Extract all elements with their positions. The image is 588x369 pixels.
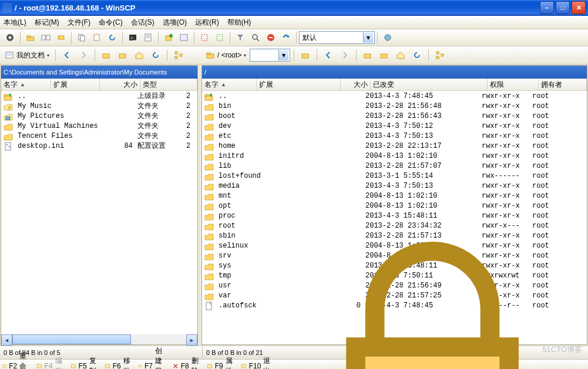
fnkey-key: F2: [9, 362, 17, 369]
remote-path-combo[interactable]: ▾: [250, 49, 290, 62]
console-icon[interactable]: >_: [126, 31, 140, 45]
remote-col-name[interactable]: 名字▲: [202, 79, 257, 90]
deselect-icon[interactable]: [213, 31, 227, 45]
fnkey-f2[interactable]: F2重命名: [2, 351, 31, 370]
close-button[interactable]: ✕: [572, 1, 586, 14]
remote-home-icon[interactable]: [394, 48, 408, 62]
setpreset-icon[interactable]: [381, 31, 395, 45]
file-date-trunc: 2: [184, 122, 197, 130]
fnkey-f10[interactable]: F10退出: [241, 356, 273, 369]
local-home-icon[interactable]: [132, 48, 146, 62]
menu-item[interactable]: 远程(R): [195, 18, 219, 28]
local-parent-icon[interactable]: [99, 48, 113, 62]
remote-col-changed[interactable]: 已改变: [371, 79, 488, 90]
svg-rect-4: [42, 35, 45, 40]
sync-icon[interactable]: [23, 31, 38, 45]
remote-col-perm[interactable]: 权限: [488, 79, 539, 90]
list-item[interactable]: lib2013-2-28 21:57:07rwxr-xr-xroot: [202, 161, 587, 171]
find-icon[interactable]: [248, 31, 263, 45]
list-item[interactable]: ..2013-4-3 7:48:45rwxr-xr-xroot: [202, 91, 587, 101]
transfer-preset-combo[interactable]: 默认 ▾: [299, 31, 375, 44]
sync-browse-icon[interactable]: [54, 31, 68, 45]
local-col-type[interactable]: 类型: [140, 79, 197, 90]
remote-col-owner[interactable]: 拥有者: [539, 79, 587, 90]
minimize-button[interactable]: –: [540, 1, 554, 14]
folder-icon: [204, 132, 214, 140]
scroll-right-icon[interactable]: ►: [186, 334, 197, 346]
chevron-down-icon[interactable]: ▾: [363, 32, 373, 43]
list-item[interactable]: etc2013-4-3 7:50:13rwxr-xr-xroot: [202, 131, 587, 141]
fnkey-f6[interactable]: F6移动: [105, 356, 133, 369]
file-perm: rwxr-xr-x: [479, 112, 530, 120]
scroll-thumb[interactable]: [12, 334, 131, 344]
menu-item[interactable]: 命令(C): [99, 18, 123, 28]
compare-icon[interactable]: [39, 31, 53, 45]
fnkey-f8[interactable]: F8删除: [173, 356, 201, 369]
pane-splitter[interactable]: [199, 65, 201, 346]
fnkey-f9[interactable]: F9属性: [207, 356, 235, 369]
copy-icon[interactable]: [75, 31, 89, 45]
reconnect-icon[interactable]: [279, 31, 293, 45]
local-fwd-icon[interactable]: [76, 48, 90, 62]
fnkey-f7[interactable]: F7创建目录: [139, 346, 167, 369]
list-item[interactable]: bin2013-2-28 21:56:48rwxr-xr-xroot: [202, 101, 587, 111]
chevron-down-icon: ▾: [244, 53, 246, 58]
fnkey-f4[interactable]: F4编辑: [36, 356, 65, 369]
remote-drive-selector[interactable]: / <root> ▾: [203, 50, 248, 60]
list-item[interactable]: opt2004-8-13 1:02:10rwxr-xr-xroot: [202, 201, 587, 211]
options-icon[interactable]: [3, 31, 17, 45]
menu-item[interactable]: 会话(S): [131, 18, 154, 28]
filter-icon[interactable]: [233, 31, 247, 45]
remote-fwd-icon[interactable]: [338, 48, 352, 62]
list-item[interactable]: lost+found2013-3-1 5:55:14rwx------root: [202, 171, 587, 181]
remote-back-icon[interactable]: [321, 48, 335, 62]
remote-tree-icon[interactable]: [433, 48, 447, 62]
menu-item[interactable]: 帮助(H): [227, 18, 251, 28]
list-item[interactable]: initrd2004-8-13 1:02:10rwxr-xr-xroot: [202, 151, 587, 161]
stop-icon[interactable]: [264, 31, 278, 45]
savedsession-icon[interactable]: [177, 31, 191, 45]
remote-col-size[interactable]: 大小: [341, 79, 371, 90]
list-item[interactable]: My Virtual Machines文件夹2: [1, 121, 197, 131]
log-icon[interactable]: [141, 31, 155, 45]
local-col-size[interactable]: 大小: [100, 79, 140, 90]
list-item[interactable]: desktop.ini84配置设置2: [1, 141, 197, 151]
local-col-name[interactable]: 名字▲: [1, 79, 51, 90]
maximize-button[interactable]: □: [556, 1, 570, 14]
chevron-down-icon[interactable]: ▾: [278, 50, 288, 60]
list-item[interactable]: home2013-2-28 22:13:17rwxr-xr-xroot: [202, 141, 587, 151]
local-refresh-icon[interactable]: [149, 48, 163, 62]
local-back-icon[interactable]: [60, 48, 74, 62]
local-tree-icon[interactable]: [172, 48, 186, 62]
local-drive-selector[interactable]: 我的文档 ▾: [2, 50, 52, 60]
selectall-icon[interactable]: [197, 31, 211, 45]
remote-refresh-icon[interactable]: [410, 48, 424, 62]
menu-item[interactable]: 选项(O): [163, 18, 187, 28]
list-item[interactable]: media2013-4-3 7:50:13rwxr-xr-xroot: [202, 181, 587, 191]
list-item[interactable]: mnt2004-8-13 1:02:10rwxr-xr-xroot: [202, 191, 587, 201]
list-item[interactable]: My Music文件夹2: [1, 101, 197, 111]
list-item[interactable]: Tencent Files文件夹2: [1, 131, 197, 141]
local-hscrollbar[interactable]: ◄ ►: [1, 334, 197, 344]
list-item[interactable]: dev2013-4-3 7:50:12rwxr-xr-xroot: [202, 121, 587, 131]
fnkey-f5[interactable]: F5复制: [70, 356, 99, 369]
remote-parent-icon[interactable]: [361, 48, 375, 62]
remote-root-icon[interactable]: [377, 48, 391, 62]
menu-item[interactable]: 本地(L): [4, 18, 26, 28]
scroll-left-icon[interactable]: ◄: [1, 334, 12, 346]
local-root-icon[interactable]: [116, 48, 130, 62]
menu-item[interactable]: 文件(F): [68, 18, 90, 28]
local-col-ext[interactable]: 扩展: [51, 79, 100, 90]
menu-item[interactable]: 标记(M): [35, 18, 59, 28]
move-icon[interactable]: [90, 31, 104, 45]
list-item[interactable]: ..上级目录2: [1, 91, 197, 101]
remote-col-ext[interactable]: 扩展: [257, 79, 341, 90]
list-item[interactable]: boot2013-2-28 21:56:43rwxr-xr-xroot: [202, 111, 587, 121]
remote-open-icon[interactable]: [298, 48, 313, 62]
fileini-icon: [4, 142, 13, 150]
list-item[interactable]: My Pictures文件夹2: [1, 111, 197, 121]
svg-rect-16: [180, 35, 187, 40]
local-file-list[interactable]: ..上级目录2My Music文件夹2My Pictures文件夹2My Vir…: [1, 91, 197, 334]
refresh-icon[interactable]: [105, 31, 119, 45]
newsession-icon[interactable]: [162, 31, 176, 45]
